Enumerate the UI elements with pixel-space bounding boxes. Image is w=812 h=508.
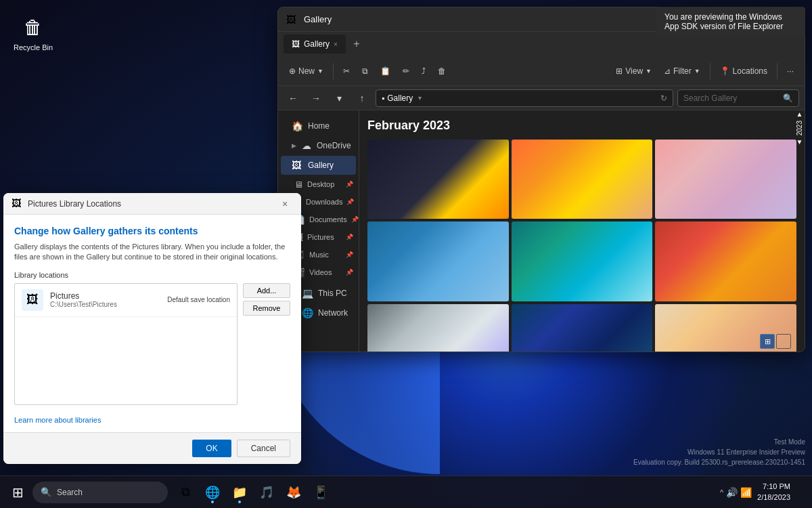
fe-active-dot (238, 501, 241, 503)
taskbar-right: ^ 🔊 📶 7:10 PM 2/18/2023 (720, 480, 807, 505)
default-save-badge: Default save location (167, 296, 230, 303)
clock-time: 7:10 PM (757, 482, 790, 492)
location-name: Pictures (50, 291, 160, 301)
taskbar-edge[interactable]: 🌐 (200, 480, 225, 505)
dialog-title-icon: 🖼 (12, 198, 24, 210)
dialog-action-buttons: Add... Remove (243, 283, 290, 316)
task-view-icon: ⧉ (181, 485, 190, 499)
library-locations-list: 🖼 Pictures C:\Users\Test\Pictures Defaul… (14, 283, 238, 405)
taskbar-search-label: Search (57, 488, 83, 497)
taskbar-search[interactable]: 🔍 Search (32, 482, 168, 503)
taskbar-search-icon: 🔍 (41, 487, 51, 497)
dialog-title-text: Pictures Library Locations (28, 199, 277, 209)
taskbar: ⊞ 🔍 Search ⧉ 🌐 📁 🎵 🦊 📱 ^ 🔊 📶 (0, 475, 812, 508)
taskbar-clock[interactable]: 7:10 PM 2/18/2023 (757, 482, 790, 503)
notification-tooltip: You are previewing the Windows App SDK v… (656, 7, 805, 37)
notification-text: You are previewing the Windows App SDK v… (664, 12, 783, 31)
learn-more-link[interactable]: Learn more about libraries (14, 416, 290, 424)
dialog-description: Gallery displays the contents of the Pic… (14, 242, 290, 263)
start-button[interactable]: ⊞ (5, 480, 30, 505)
edge-active-dot (211, 501, 214, 503)
clock-date: 2/18/2023 (757, 492, 790, 503)
dialog-list-item[interactable]: 🖼 Pictures C:\Users\Test\Pictures Defaul… (15, 284, 237, 317)
edge-icon: 🌐 (205, 485, 220, 500)
network-tray-icon[interactable]: 📶 (740, 487, 752, 498)
taskbar-music[interactable]: 🎵 (254, 480, 279, 505)
add-button[interactable]: Add... (243, 283, 290, 298)
cancel-button[interactable]: Cancel (237, 440, 290, 457)
system-tray: ^ 🔊 📶 (720, 487, 752, 498)
remove-button[interactable]: Remove (243, 301, 290, 316)
taskbar-file-explorer[interactable]: 📁 (227, 480, 252, 505)
ok-button[interactable]: OK (192, 440, 231, 457)
location-path: C:\Users\Test\Pictures (50, 301, 160, 308)
task-view-button[interactable]: ⧉ (173, 480, 198, 505)
dialog-heading: Change how Gallery gathers its contents (14, 226, 290, 236)
dialog-list-info: Pictures C:\Users\Test\Pictures (50, 291, 160, 308)
phone-icon: 📱 (313, 485, 328, 500)
dialog-section-label: Library locations (14, 271, 290, 279)
firefox-icon: 🦊 (286, 485, 301, 500)
tray-chevron[interactable]: ^ (720, 488, 723, 496)
dialog-close-button[interactable]: × (277, 196, 293, 212)
dialog-overlay: 🖼 Pictures Library Locations × Change ho… (0, 0, 812, 508)
dialog-titlebar: 🖼 Pictures Library Locations × (3, 193, 301, 215)
pictures-library-dialog: 🖼 Pictures Library Locations × Change ho… (3, 193, 301, 464)
start-icon: ⊞ (12, 484, 24, 501)
taskbar-phone[interactable]: 📱 (309, 480, 333, 505)
dialog-body: Change how Gallery gathers its contents … (3, 215, 301, 432)
taskbar-items: ⧉ 🌐 📁 🎵 🦊 📱 (173, 480, 333, 505)
dialog-footer: OK Cancel (3, 432, 301, 464)
music-app-icon: 🎵 (259, 485, 274, 500)
volume-icon[interactable]: 🔊 (726, 487, 738, 498)
file-explorer-icon: 📁 (232, 485, 247, 500)
taskbar-firefox[interactable]: 🦊 (281, 480, 306, 505)
pictures-folder-icon: 🖼 (22, 289, 43, 311)
show-desktop-button[interactable] (796, 480, 801, 505)
